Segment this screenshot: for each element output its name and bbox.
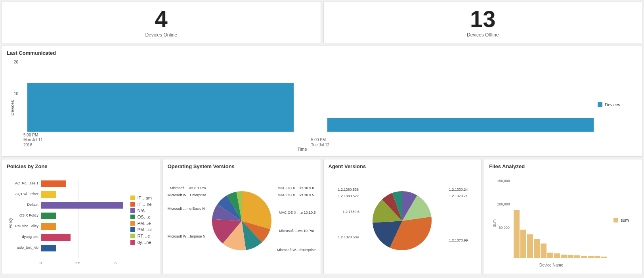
fa-bar[interactable]: [527, 234, 533, 258]
av-label: 1.2.1380.538: [338, 188, 359, 192]
os-title: Operating System Versions: [168, 163, 316, 169]
fa-body: sum Device Name 50,000 100,000 150,000: [489, 172, 637, 270]
fa-bar[interactable]: [534, 239, 540, 258]
lc-y-axis-title: Devices: [10, 100, 15, 115]
os-label: MAC OS X …ks 10.9.0: [277, 186, 314, 190]
lc-legend: Devices: [598, 58, 637, 152]
av-label: 1.2.1330.24: [449, 188, 468, 192]
av-label: 1.2.1380.6: [343, 210, 360, 214]
fa-bar[interactable]: [514, 210, 520, 258]
fa-legend-label: sum: [621, 218, 629, 222]
fa-bar[interactable]: [581, 256, 587, 258]
last-communicated-body: Devices Time 10 20 5:00 PM Mon Jul 11 20…: [7, 58, 637, 152]
pbz-cat-4: PM Mbr…olicy: [7, 224, 38, 228]
lc-x-tick-1: 5:00 PM Mon Jul 11 2016: [23, 133, 43, 148]
av-label: 1.2.1370.71: [449, 194, 468, 198]
fa-y-tick: 50,000: [499, 226, 510, 230]
fa-bar[interactable]: [568, 255, 573, 258]
swatch: [130, 215, 135, 219]
pbz-bar-6[interactable]: [41, 245, 56, 251]
os-label: Microsoft …ws 8.1 Pro: [170, 186, 206, 190]
fa-bar[interactable]: [574, 255, 580, 258]
fa-bar[interactable]: [561, 255, 567, 258]
pbz-legend-7[interactable]: dy…ne: [130, 240, 155, 245]
last-communicated-chart[interactable]: Devices Time 10 20 5:00 PM Mon Jul 11 20…: [7, 58, 598, 152]
swatch: [130, 208, 135, 213]
policies-by-zone-panel: Policies by Zone Policy AC_Po…ces 1 AQT …: [2, 159, 160, 274]
pbz-chart[interactable]: Policy AC_Po…ces 1 AQT wi…tcher Default …: [7, 172, 130, 270]
os-label: Microsoft W…terprise N: [168, 234, 206, 238]
pbz-x-tick-2: 5: [115, 261, 117, 265]
os-label: Microsoft …me Basic N: [168, 207, 205, 211]
pbz-legend-0[interactable]: IT…am: [130, 196, 155, 200]
fa-y-tick: 150,000: [497, 179, 510, 183]
fa-title: Files Analyzed: [489, 163, 637, 169]
os-label: Microsoft …ws 10 Pro: [279, 229, 314, 233]
last-communicated-title: Last Communicated: [7, 50, 637, 56]
av-label: 1.2.1370.99: [449, 238, 468, 242]
swatch: [130, 240, 135, 245]
lc-legend-item[interactable]: Devices: [598, 102, 620, 107]
pbz-bar-3[interactable]: [41, 213, 56, 219]
bottom-row: Policies by Zone Policy AC_Po…ces 1 AQT …: [2, 159, 642, 274]
top-stats-row: 4 Devices Online 13 Devices Offline: [2, 2, 642, 43]
fa-bar[interactable]: [547, 253, 553, 258]
devices-online-label: Devices Online: [145, 32, 177, 38]
devices-offline-card[interactable]: 13 Devices Offline: [323, 2, 643, 43]
swatch: [130, 221, 135, 226]
fa-bar[interactable]: [601, 257, 607, 258]
pbz-legend-4[interactable]: PM…e: [130, 221, 155, 226]
fa-y-tick: 100,000: [497, 202, 510, 206]
pbz-cat-5: dyang test: [7, 235, 38, 239]
devices-online-card[interactable]: 4 Devices Online: [2, 2, 321, 43]
av-pie-wrap[interactable]: 1.2.1380.538 1.2.1380.522 1.2.1380.6 1.2…: [329, 172, 477, 270]
pbz-title: Policies by Zone: [7, 163, 155, 169]
av-label: 1.2.1380.522: [338, 194, 359, 198]
pbz-legend-2[interactable]: N/A: [130, 208, 155, 213]
pbz-bar-2[interactable]: [41, 202, 123, 209]
pbz-legend: IT…am IT …ne N/A OS…e PM…e PM…st RT…e dy…: [130, 172, 155, 270]
pbz-legend-3[interactable]: OS…e: [130, 215, 155, 219]
swatch: [130, 227, 135, 232]
pbz-legend-6[interactable]: RT…e: [130, 234, 155, 238]
av-title: Agent Versions: [329, 163, 477, 169]
fa-bar[interactable]: [520, 230, 526, 258]
lc-y-tick-20: 20: [14, 60, 18, 65]
pbz-x-tick-0: 0: [40, 261, 42, 265]
pbz-bar-0[interactable]: [41, 180, 66, 187]
dashboard: 4 Devices Online 13 Devices Offline Last…: [0, 0, 644, 276]
devices-offline-label: Devices Offline: [467, 32, 499, 38]
fa-legend: sum: [613, 172, 637, 270]
fa-bar[interactable]: [594, 256, 600, 258]
pbz-cat-0: AC_Po…ces 1: [7, 181, 38, 185]
pbz-bar-5[interactable]: [41, 234, 71, 241]
lc-bar-2[interactable]: [327, 118, 594, 132]
os-label: Microsoft W…Enterprise: [168, 193, 206, 197]
pbz-body: Policy AC_Po…ces 1 AQT wi…tcher Default …: [7, 172, 155, 270]
pbz-cat-1: AQT wi…tcher: [7, 192, 38, 196]
pbz-cat-2: Default: [7, 203, 38, 207]
pbz-bar-4[interactable]: [41, 223, 56, 230]
lc-legend-swatch: [598, 102, 602, 107]
swatch: [130, 196, 135, 200]
os-pie-wrap[interactable]: Microsoft …ws 8.1 Pro Microsoft W…Enterp…: [168, 172, 316, 270]
devices-online-value: 4: [155, 8, 168, 31]
fa-bar[interactable]: [541, 243, 547, 258]
swatch: [130, 202, 135, 207]
files-analyzed-panel: Files Analyzed sum Device Name 50,000 10…: [484, 159, 642, 274]
pbz-legend-1[interactable]: IT …ne: [130, 202, 155, 207]
lc-y-tick-10: 10: [14, 92, 18, 97]
devices-offline-value: 13: [470, 8, 496, 31]
fa-legend-swatch: [613, 218, 618, 222]
lc-x-axis-title: Time: [297, 147, 307, 151]
fa-bar[interactable]: [554, 253, 560, 258]
fa-x-title: Device Name: [539, 263, 563, 267]
pbz-bar-1[interactable]: [41, 191, 56, 198]
os-versions-panel: Operating System Versions: [162, 159, 321, 274]
fa-bar[interactable]: [588, 256, 594, 258]
pbz-legend-5[interactable]: PM…st: [130, 227, 155, 232]
lc-bar-1[interactable]: [27, 83, 294, 132]
agent-versions-panel: Agent Versions 1.2.1380.538 1.2.1: [323, 159, 482, 274]
fa-chart[interactable]: sum Device Name 50,000 100,000 150,000: [489, 172, 613, 270]
fa-legend-item[interactable]: sum: [613, 218, 629, 222]
